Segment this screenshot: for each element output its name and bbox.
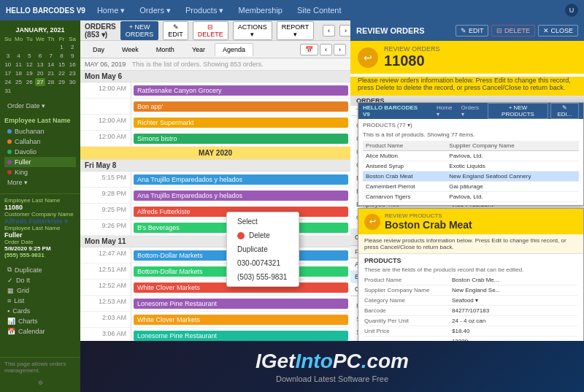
cal-day-25[interactable]: 25	[14, 78, 24, 86]
cal-day[interactable]	[35, 43, 45, 51]
cal-day[interactable]	[14, 43, 24, 51]
employee-callahan[interactable]: Callahan	[4, 137, 76, 147]
event-bon-app[interactable]: Bon app'	[134, 101, 348, 112]
cal-day-5[interactable]: 5	[24, 52, 34, 60]
cal-day-17[interactable]: 17	[3, 69, 13, 77]
edit-button[interactable]: ✎ EDIT	[163, 21, 188, 40]
order-date-filter[interactable]: Order Date ▾	[4, 101, 76, 111]
tab-year[interactable]: Year	[184, 43, 213, 56]
context-duplicate[interactable]: Duplicate	[227, 242, 299, 256]
cal-day-2[interactable]: 2	[67, 43, 77, 51]
cal-day[interactable]	[24, 87, 34, 95]
event-ana-2[interactable]: Ana Trujillo Emparedados y helados	[134, 191, 348, 201]
context-delete[interactable]: Delete	[227, 228, 299, 242]
cal-day[interactable]	[57, 87, 67, 95]
nav-site-content[interactable]: Site Content	[294, 4, 345, 16]
cal-day-31[interactable]: 31	[3, 87, 13, 95]
order-id[interactable]: 11080	[4, 204, 76, 211]
cal-day[interactable]	[14, 87, 24, 95]
cal-day[interactable]	[3, 43, 13, 51]
arrow-left-button[interactable]: ‹	[320, 44, 332, 55]
user-avatar[interactable]: U	[565, 4, 578, 17]
action-cards[interactable]: ▪ Cards	[4, 306, 76, 316]
actions-button[interactable]: ACTIONS ▾	[233, 21, 272, 40]
cal-day-20[interactable]: 20	[35, 69, 45, 77]
cal-day-21[interactable]: 21	[46, 69, 56, 77]
cal-day-29[interactable]: 29	[57, 78, 67, 86]
inner-new-product-button[interactable]: + NEW PRODUCTS	[488, 103, 548, 119]
cal-day-6[interactable]: 6	[35, 52, 45, 60]
inner-table-row-highlighted[interactable]: Boston Crab Meat New England Seafood Can…	[363, 172, 579, 182]
prev-button[interactable]: ‹	[323, 25, 335, 36]
action-calendar[interactable]: 📅 Calendar	[4, 326, 76, 337]
context-select[interactable]: Select	[227, 215, 299, 228]
nav-orders[interactable]: Orders ▾	[137, 4, 174, 17]
cal-day-11[interactable]: 11	[14, 61, 24, 69]
next-button[interactable]: ›	[339, 25, 350, 36]
inner-table-row[interactable]: Camembert Pierrot Gai pâturage	[363, 182, 579, 192]
action-duplicate[interactable]: ⧉ Duplicate	[4, 264, 76, 275]
event-lonesome-2[interactable]: Lonesome Pine Restaurant	[134, 331, 348, 341]
action-doit[interactable]: ✓ Do It	[4, 275, 76, 285]
nav-products[interactable]: Products ▾	[182, 4, 226, 17]
action-list[interactable]: ≡ List	[4, 296, 76, 306]
company-value[interactable]: Alfreds Futterkiste ▾	[4, 218, 76, 225]
event-simons[interactable]: Simons bistro	[134, 134, 348, 144]
event-richter[interactable]: Richter Supermarkt	[134, 118, 348, 128]
cal-day-8[interactable]: 8	[57, 52, 67, 60]
inner-table-row[interactable]: Alice Mutton Pavlova, Ltd.	[363, 151, 579, 161]
cal-day-16[interactable]: 16	[67, 61, 77, 69]
cal-day-30[interactable]: 30	[67, 78, 77, 86]
cal-day-27[interactable]: 27	[35, 78, 45, 86]
tab-week[interactable]: Week	[114, 43, 147, 56]
cal-day-15[interactable]: 15	[57, 61, 67, 69]
event-lonesome-1[interactable]: Lonesome Pine Restaurant	[134, 299, 348, 309]
nav-home[interactable]: Home ▾	[94, 4, 128, 17]
event-ana-1[interactable]: Ana Trujillo Emparedados y helados	[134, 174, 348, 185]
sidebar-order-date[interactable]: Order Date ▾	[0, 98, 80, 114]
context-phone-2[interactable]: (503) 555-9831	[227, 270, 299, 284]
cal-day-28[interactable]: 28	[46, 78, 56, 86]
cal-day-18[interactable]: 18	[14, 69, 24, 77]
tab-month[interactable]: Month	[148, 43, 182, 56]
tab-agenda[interactable]: Agenda	[215, 43, 253, 56]
event-white-clover-2[interactable]: White Clover Markets	[134, 315, 348, 325]
cal-day-10[interactable]: 10	[3, 61, 13, 69]
cal-day-24[interactable]: 24	[3, 78, 13, 86]
close-order-button[interactable]: ✕ CLOSE	[538, 25, 578, 36]
cal-day-7[interactable]: 7	[46, 52, 56, 60]
report-button[interactable]: REPORT ▾	[277, 21, 314, 40]
delete-order-button[interactable]: ⊟ DELETE	[491, 25, 535, 36]
employee-buchanan[interactable]: Buchanan	[4, 126, 76, 137]
cal-day-22[interactable]: 22	[57, 69, 67, 77]
employees-more[interactable]: More ▾	[4, 177, 76, 188]
employee-king[interactable]: King	[4, 167, 76, 177]
delete-button[interactable]: ⊟ DELETE	[193, 21, 228, 40]
cal-day-12[interactable]: 12	[24, 61, 34, 69]
inner-nav-orders[interactable]: Orders ▾	[461, 104, 484, 118]
cal-day[interactable]	[35, 87, 45, 95]
inner-table-row[interactable]: Carnarvon Tigers Pavlova, Ltd.	[363, 192, 579, 202]
inner-table-row[interactable]: Aniseed Syrup Exotic Liquids	[363, 161, 579, 172]
event-rattlesnake[interactable]: Rattlesnake Canyon Grocery	[134, 85, 348, 96]
cal-day-14[interactable]: 14	[46, 61, 56, 69]
cal-day-19[interactable]: 19	[24, 69, 34, 77]
context-phone-1[interactable]: 030-0074321	[227, 256, 299, 270]
cal-day[interactable]	[46, 43, 56, 51]
tab-day[interactable]: Day	[85, 43, 112, 56]
inner-edit-button[interactable]: ✎ EDI...	[550, 103, 579, 119]
cal-day[interactable]	[67, 87, 77, 95]
action-grid[interactable]: ▦ Grid	[4, 285, 76, 296]
cal-day-3[interactable]: 3	[3, 52, 13, 60]
cal-day[interactable]	[46, 87, 56, 95]
cal-day-26[interactable]: 26	[24, 78, 34, 86]
action-charts[interactable]: 📊 Charts	[4, 316, 76, 326]
cal-day-13[interactable]: 13	[35, 61, 45, 69]
cal-day-4[interactable]: 4	[14, 52, 24, 60]
cal-day-9[interactable]: 9	[67, 52, 77, 60]
cal-day[interactable]	[24, 43, 34, 51]
cal-day-23[interactable]: 23	[67, 69, 77, 77]
inner-nav-home[interactable]: Home ▾	[437, 104, 457, 118]
new-orders-button[interactable]: + NEW ORDERS	[120, 21, 159, 40]
arrow-right-button[interactable]: ›	[334, 44, 346, 55]
